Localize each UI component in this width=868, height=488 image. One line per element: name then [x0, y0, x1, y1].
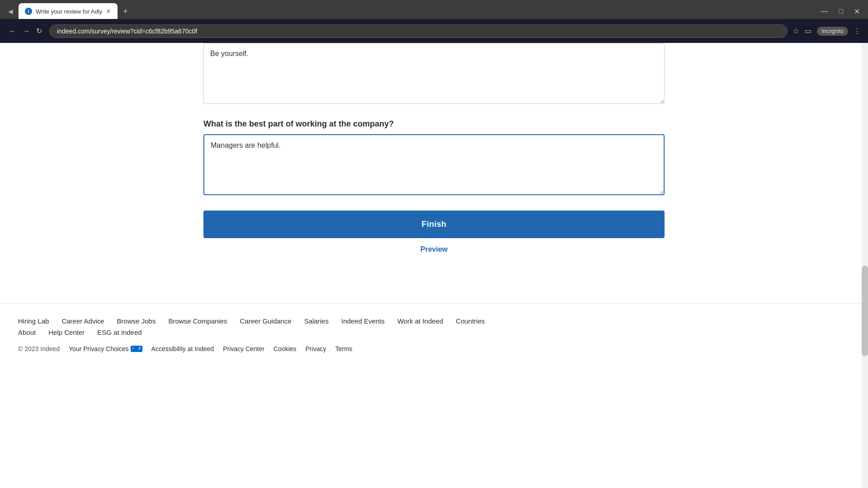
main-container: What is the best part of working at the … — [194, 43, 674, 294]
privacy-choices-icon — [131, 346, 142, 352]
finish-button[interactable]: Finish — [203, 211, 665, 238]
footer-link-career-advice[interactable]: Career Advice — [61, 317, 104, 325]
best-part-question: What is the best part of working at the … — [203, 119, 665, 129]
footer-link-career-guidance[interactable]: Career Guidance — [240, 317, 292, 325]
tab-back-nav[interactable]: ◀ — [5, 6, 17, 17]
nav-controls: ← → ↻ — [7, 25, 44, 37]
copyright-text: © 2023 Indeed — [18, 345, 60, 352]
footer-accessibility-link[interactable]: Accessibility at Indeed — [151, 345, 214, 352]
tab-title: Write your review for Adly — [36, 8, 102, 15]
forward-button[interactable]: → — [21, 25, 32, 37]
incognito-badge: Incognito — [817, 27, 848, 36]
close-window-button[interactable]: ✕ — [850, 6, 863, 17]
tab-close-button[interactable]: ✕ — [106, 8, 111, 14]
footer: Hiring Lab Career Advice Browse Jobs Bro… — [0, 303, 868, 366]
browser-actions: ☆ ▭ Incognito ⋮ — [793, 27, 861, 36]
footer-cookies-link[interactable]: Cookies — [274, 345, 297, 352]
footer-link-help-center[interactable]: Help Center — [48, 328, 85, 336]
active-tab[interactable]: i Write your review for Adly ✕ — [19, 3, 118, 19]
footer-links-row: Hiring Lab Career Advice Browse Jobs Bro… — [18, 317, 850, 325]
footer-links-row-2: About Help Center ESG at Indeed — [18, 328, 850, 336]
privacy-choices-badge: Your Privacy Choices — [69, 345, 142, 352]
footer-terms-link[interactable]: Terms — [335, 345, 352, 352]
footer-privacy-center-link[interactable]: Privacy Center — [223, 345, 264, 352]
menu-icon[interactable]: ⋮ — [854, 27, 861, 35]
footer-link-esg[interactable]: ESG at Indeed — [97, 328, 142, 336]
back-button[interactable]: ← — [7, 25, 18, 37]
footer-link-hiring-lab[interactable]: Hiring Lab — [18, 317, 49, 325]
split-view-icon[interactable]: ▭ — [805, 27, 811, 35]
best-part-textarea[interactable] — [203, 134, 665, 195]
window-controls: — □ ✕ — [817, 6, 863, 17]
footer-link-work-at-indeed[interactable]: Work at Indeed — [397, 317, 443, 325]
minimize-button[interactable]: — — [817, 6, 831, 16]
footer-link-countries[interactable]: Countries — [456, 317, 485, 325]
tab-bar: ◀ i Write your review for Adly ✕ + — □ ✕ — [0, 0, 868, 19]
footer-privacy-choices-link[interactable]: Your Privacy Choices — [69, 345, 142, 352]
footer-link-indeed-events[interactable]: Indeed Events — [341, 317, 385, 325]
scrollbar[interactable] — [862, 43, 868, 488]
footer-link-salaries[interactable]: Salaries — [304, 317, 329, 325]
footer-link-about[interactable]: About — [18, 328, 36, 336]
browser-chrome: ◀ i Write your review for Adly ✕ + — □ ✕… — [0, 0, 868, 43]
preview-link[interactable]: Preview — [203, 245, 665, 253]
footer-bottom: © 2023 Indeed Your Privacy Choices Acces… — [18, 345, 850, 352]
footer-link-browse-jobs[interactable]: Browse Jobs — [117, 317, 156, 325]
url-bar[interactable]: indeed.com/survey/review?cid=c6cf82b95a6… — [49, 24, 788, 38]
previous-textarea[interactable] — [203, 43, 665, 104]
tab-favicon: i — [25, 8, 32, 15]
footer-privacy-link[interactable]: Privacy — [306, 345, 326, 352]
new-tab-button[interactable]: + — [119, 6, 132, 17]
maximize-button[interactable]: □ — [835, 6, 847, 16]
bookmark-icon[interactable]: ☆ — [793, 27, 799, 35]
scrollbar-thumb[interactable] — [862, 266, 868, 356]
page-content: What is the best part of working at the … — [0, 43, 868, 366]
reload-button[interactable]: ↻ — [34, 25, 44, 37]
address-bar: ← → ↻ indeed.com/survey/review?cid=c6cf8… — [0, 19, 868, 43]
url-text: indeed.com/survey/review?cid=c6cf82b95a6… — [57, 28, 197, 35]
footer-link-browse-companies[interactable]: Browse Companies — [168, 317, 227, 325]
